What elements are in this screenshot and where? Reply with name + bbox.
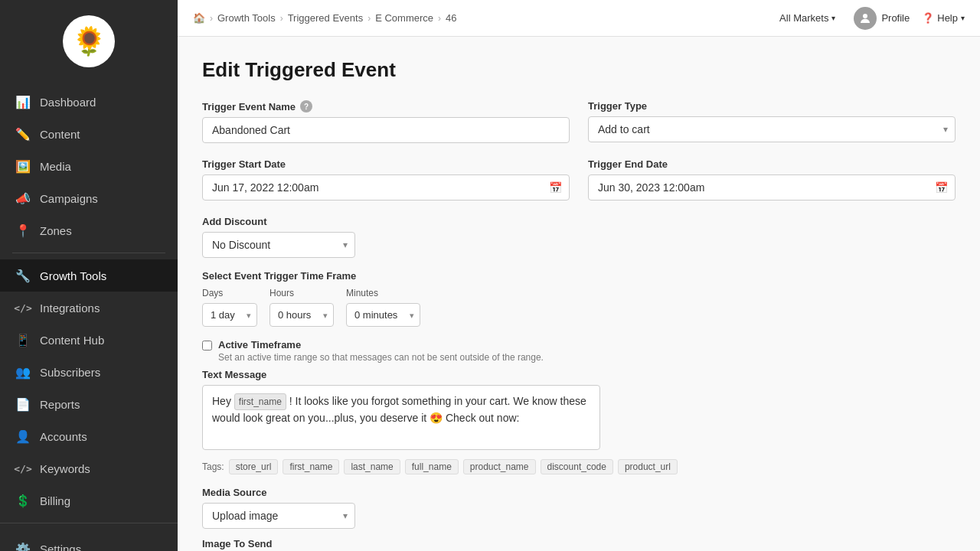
start-date-label: Trigger Start Date xyxy=(202,158,570,170)
sidebar-item-label: Zones xyxy=(40,224,72,237)
sidebar-item-content[interactable]: ✏️ Content xyxy=(0,118,178,150)
sidebar-item-settings[interactable]: ⚙️ Settings xyxy=(0,533,178,551)
sidebar-logo: 🌻 xyxy=(0,0,178,80)
tag-store-url[interactable]: store_url xyxy=(229,459,279,474)
hours-select[interactable]: 0 hours xyxy=(270,303,334,327)
form-group-event-name: Trigger Event Name ? xyxy=(202,100,570,143)
form-group-discount: Add Discount No Discount ▾ xyxy=(202,216,355,258)
sidebar-item-growth-tools[interactable]: 🔧 Growth Tools xyxy=(0,259,178,292)
discount-select-wrap: No Discount ▾ xyxy=(202,232,355,258)
help-label: Help xyxy=(937,12,958,24)
help-button[interactable]: ❓ Help ▾ xyxy=(922,12,965,24)
tag-product-url[interactable]: product_url xyxy=(618,459,678,474)
reports-icon: 📄 xyxy=(15,396,31,412)
active-timeframe-row: Active Timeframe Set an active time rang… xyxy=(202,339,956,363)
calendar-icon[interactable]: 📅 xyxy=(935,181,948,194)
sidebar-item-campaigns[interactable]: 📣 Campaigns xyxy=(0,182,178,214)
help-icon[interactable]: ? xyxy=(300,100,312,112)
timeframe-hours: Hours 0 hours ▾ xyxy=(270,288,334,327)
billing-icon: 💲 xyxy=(15,493,31,508)
form-group-start-date: Trigger Start Date 📅 xyxy=(202,158,570,201)
days-select[interactable]: 1 day xyxy=(202,303,257,327)
event-name-input[interactable] xyxy=(202,117,570,143)
tag-first-name[interactable]: first_name xyxy=(283,459,339,474)
text-message-area[interactable]: Hey first_name ! It looks like you forgo… xyxy=(202,385,600,450)
sidebar-item-integrations[interactable]: </> Integrations xyxy=(0,292,178,324)
discount-select[interactable]: No Discount xyxy=(202,232,355,258)
svg-point-0 xyxy=(863,14,867,18)
settings-label: Settings xyxy=(40,543,81,552)
chevron-down-icon: ▾ xyxy=(961,14,965,22)
sidebar-item-content-hub[interactable]: 📱 Content Hub xyxy=(0,324,178,356)
market-label: All Markets xyxy=(779,12,828,24)
hours-label: Hours xyxy=(270,288,334,298)
sidebar-item-zones[interactable]: 📍 Zones xyxy=(0,214,178,246)
page-content: Edit Triggered Event Trigger Event Name … xyxy=(178,37,980,551)
breadcrumb-growth-tools[interactable]: Growth Tools xyxy=(217,12,276,24)
sidebar-item-accounts[interactable]: 👤 Accounts xyxy=(0,420,178,452)
logo-inner: 🌻 xyxy=(66,18,112,64)
tag-product-name[interactable]: product_name xyxy=(463,459,536,474)
text-message-label: Text Message xyxy=(202,369,956,380)
media-source-section: Media Source Upload image ▾ xyxy=(202,487,956,529)
sidebar-item-label: Dashboard xyxy=(40,96,96,109)
sidebar-nav: 📊 Dashboard ✏️ Content 🖼️ Media 📣 Campai… xyxy=(0,80,178,523)
topbar: 🏠 › Growth Tools › Triggered Events › E … xyxy=(178,0,980,37)
end-date-input[interactable] xyxy=(588,174,956,201)
avatar xyxy=(854,7,877,30)
breadcrumb-sep: › xyxy=(368,13,371,24)
sidebar-item-label: Media xyxy=(40,160,71,173)
chevron-down-icon: ▾ xyxy=(831,14,835,22)
end-date-input-wrap: 📅 xyxy=(588,174,956,201)
sidebar-item-label: Integrations xyxy=(40,302,100,315)
sidebar-item-label: Growth Tools xyxy=(40,269,106,282)
active-timeframe-label: Active Timeframe xyxy=(218,339,544,350)
breadcrumb-ecommerce[interactable]: E Commerce xyxy=(375,12,433,24)
image-to-send-section: Image To Send 👟 xyxy=(202,538,956,551)
breadcrumb-home-icon[interactable]: 🏠 xyxy=(193,12,205,24)
breadcrumb-id: 46 xyxy=(446,12,456,24)
breadcrumb-sep: › xyxy=(438,13,441,24)
sidebar-item-label: Campaigns xyxy=(40,192,98,205)
start-date-input[interactable] xyxy=(202,174,570,201)
sidebar-item-media[interactable]: 🖼️ Media xyxy=(0,150,178,182)
accounts-icon: 👤 xyxy=(15,429,31,444)
sidebar-item-subscribers[interactable]: 👥 Subscribers xyxy=(0,356,178,388)
tag-full-name[interactable]: full_name xyxy=(405,459,459,474)
minutes-select-wrap: 0 minutes ▾ xyxy=(346,303,420,327)
media-source-select[interactable]: Upload image xyxy=(202,503,355,529)
campaigns-icon: 📣 xyxy=(15,191,31,206)
sidebar-item-keywords[interactable]: </> Keywords xyxy=(0,452,178,484)
tag-last-name[interactable]: last_name xyxy=(344,459,400,474)
market-selector[interactable]: All Markets ▾ xyxy=(773,9,841,27)
tag-discount-code[interactable]: discount_code xyxy=(541,459,613,474)
breadcrumb-triggered-events[interactable]: Triggered Events xyxy=(288,12,364,24)
subscribers-icon: 👥 xyxy=(15,364,31,380)
profile-button[interactable]: Profile xyxy=(854,7,910,30)
sidebar-item-reports[interactable]: 📄 Reports xyxy=(0,388,178,420)
minutes-select[interactable]: 0 minutes xyxy=(346,303,420,327)
text-message-section: Text Message Hey first_name ! It looks l… xyxy=(202,369,956,450)
discount-label: Add Discount xyxy=(202,216,355,227)
growth-tools-icon: 🔧 xyxy=(15,268,31,283)
nav-divider xyxy=(12,253,165,253)
active-timeframe-checkbox[interactable] xyxy=(202,341,212,350)
end-date-label: Trigger End Date xyxy=(588,158,956,170)
sidebar-settings: ⚙️ Settings xyxy=(0,523,178,551)
calendar-icon[interactable]: 📅 xyxy=(549,181,562,194)
sidebar-item-label: Subscribers xyxy=(40,366,100,379)
trigger-type-select[interactable]: Add to cart xyxy=(588,116,956,142)
sidebar-item-label: Accounts xyxy=(40,430,87,443)
media-source-select-wrap: Upload image ▾ xyxy=(202,503,355,529)
image-to-send-label: Image To Send xyxy=(202,538,956,549)
settings-icon: ⚙️ xyxy=(15,541,31,551)
sidebar-item-billing[interactable]: 💲 Billing xyxy=(0,484,178,517)
sidebar-item-dashboard[interactable]: 📊 Dashboard xyxy=(0,86,178,118)
logo-circle: 🌻 xyxy=(63,15,115,67)
content-icon: ✏️ xyxy=(15,126,31,142)
breadcrumb-sep: › xyxy=(210,13,213,24)
content-hub-icon: 📱 xyxy=(15,332,31,347)
integrations-icon: </> xyxy=(15,300,31,315)
sidebar: 🌻 📊 Dashboard ✏️ Content 🖼️ Media 📣 Camp… xyxy=(0,0,178,551)
sidebar-item-label: Keywords xyxy=(40,462,90,475)
